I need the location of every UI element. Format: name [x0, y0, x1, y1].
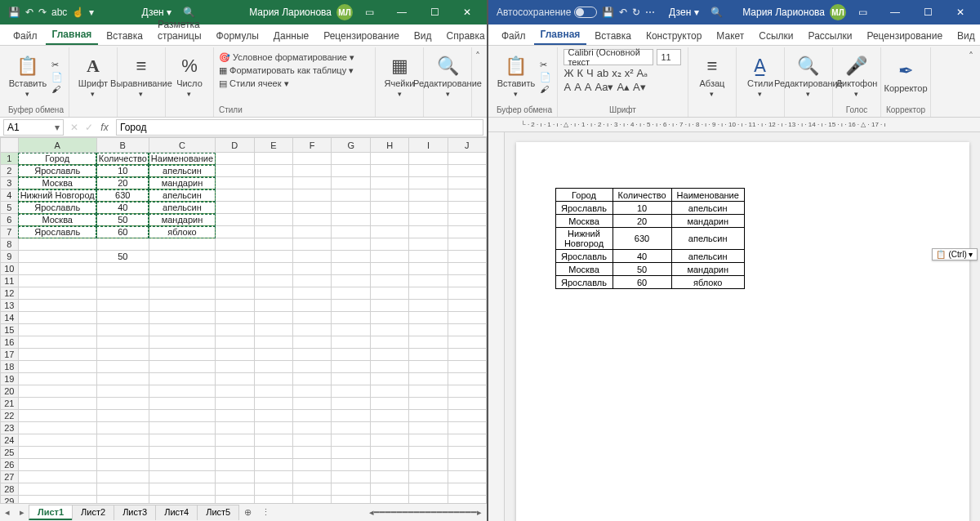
col-header-B[interactable]: B	[96, 138, 149, 153]
cell-J8[interactable]	[448, 238, 486, 251]
cell-C19[interactable]	[149, 373, 215, 385]
cell-G4[interactable]	[332, 189, 371, 202]
cell-F19[interactable]	[293, 373, 332, 385]
cell-J17[interactable]	[448, 349, 486, 361]
row-header-18[interactable]: 18	[1, 361, 19, 373]
cell-A28[interactable]	[18, 483, 96, 496]
cell-J14[interactable]	[448, 312, 486, 324]
cell-J28[interactable]	[448, 483, 486, 496]
cell-B4[interactable]: 630	[96, 189, 149, 202]
cell-H17[interactable]	[370, 349, 408, 361]
row-header-7[interactable]: 7	[1, 226, 19, 238]
cell-H8[interactable]	[370, 238, 408, 251]
cell-B8[interactable]	[96, 238, 149, 251]
cell-G20[interactable]	[332, 385, 371, 398]
cell-E9[interactable]	[254, 251, 292, 263]
cell-B17[interactable]	[96, 349, 149, 361]
cell-E4[interactable]	[254, 189, 292, 202]
cell-H29[interactable]	[370, 496, 408, 504]
row-header-5[interactable]: 5	[1, 202, 19, 214]
cell-A23[interactable]	[18, 422, 96, 434]
row-header-24[interactable]: 24	[1, 434, 19, 447]
cell-E16[interactable]	[254, 336, 292, 349]
cell-E12[interactable]	[254, 287, 292, 300]
cell-I14[interactable]	[409, 312, 448, 324]
row-header-15[interactable]: 15	[1, 324, 19, 336]
row-header-17[interactable]: 17	[1, 349, 19, 361]
cell-D5[interactable]	[216, 202, 254, 214]
cell-H9[interactable]	[370, 251, 408, 263]
cell-E7[interactable]	[254, 226, 292, 238]
cell-I8[interactable]	[409, 238, 448, 251]
cell-A27[interactable]	[18, 471, 96, 483]
cell-C25[interactable]	[149, 447, 215, 459]
font-effect-btn-2[interactable]: A	[585, 81, 592, 93]
cell-G9[interactable]	[332, 251, 371, 263]
cell-C28[interactable]	[149, 483, 215, 496]
cell-J11[interactable]	[448, 275, 486, 287]
cell-C26[interactable]	[149, 459, 215, 471]
tab-главная[interactable]: Главная	[534, 25, 587, 45]
close-icon[interactable]: ✕	[451, 0, 483, 24]
row-header-1[interactable]: 1	[1, 153, 19, 165]
row-header-26[interactable]: 26	[1, 459, 19, 471]
cell-J5[interactable]	[448, 202, 486, 214]
undo-icon[interactable]: ↶	[25, 7, 33, 18]
ribbon-options-icon[interactable]: ▭	[353, 0, 385, 24]
font-effect-btn-5[interactable]: A▾	[633, 81, 646, 93]
cell-A25[interactable]	[18, 447, 96, 459]
cell-E6[interactable]	[254, 214, 292, 226]
cell-J18[interactable]	[448, 361, 486, 373]
cell-J23[interactable]	[448, 422, 486, 434]
row-header-25[interactable]: 25	[1, 447, 19, 459]
cell-C24[interactable]	[149, 434, 215, 447]
cell-G15[interactable]	[332, 324, 371, 336]
cell-E21[interactable]	[254, 398, 292, 410]
cut-icon[interactable]: ✂	[51, 60, 63, 70]
paste-button[interactable]: 📋Вставить▾	[9, 51, 47, 103]
cell-H16[interactable]	[370, 336, 408, 349]
cell-J29[interactable]	[448, 496, 486, 504]
format-painter-icon[interactable]: 🖌	[540, 84, 551, 94]
tab-главная[interactable]: Главная	[46, 25, 99, 45]
excel-grid[interactable]: ABCDEFGHIJ1ГородКоличествоНаименование2Я…	[0, 137, 487, 503]
cell-B23[interactable]	[96, 422, 149, 434]
cell-B15[interactable]	[96, 324, 149, 336]
cell-J20[interactable]	[448, 385, 486, 398]
sheet-tab-Лист5[interactable]: Лист5	[197, 505, 239, 520]
row-header-6[interactable]: 6	[1, 214, 19, 226]
cell-F3[interactable]	[293, 177, 332, 189]
cell-E2[interactable]	[254, 165, 292, 177]
cell-J25[interactable]	[448, 447, 486, 459]
row-header-28[interactable]: 28	[1, 483, 19, 496]
cell-E19[interactable]	[254, 373, 292, 385]
cell-F7[interactable]	[293, 226, 332, 238]
cell-C10[interactable]	[149, 263, 215, 275]
cell-I12[interactable]	[409, 287, 448, 300]
cell-I18[interactable]	[409, 361, 448, 373]
horizontal-ruler[interactable]: └ · 2 · ı · 1 · ı · △ · ı · 1 · ı · 2 · …	[488, 118, 980, 132]
col-header-G[interactable]: G	[332, 138, 371, 153]
minimize-icon[interactable]: —	[879, 0, 911, 24]
cell-A1[interactable]: Город	[18, 153, 96, 165]
cell-E22[interactable]	[254, 410, 292, 422]
wt-cell[interactable]: апельсин	[671, 228, 744, 250]
tab-вид[interactable]: Вид	[408, 27, 439, 45]
cell-B16[interactable]	[96, 336, 149, 349]
col-header-J[interactable]: J	[448, 138, 486, 153]
row-header-10[interactable]: 10	[1, 263, 19, 275]
cell-I11[interactable]	[409, 275, 448, 287]
sheet-tab-Лист2[interactable]: Лист2	[72, 505, 114, 520]
cell-I23[interactable]	[409, 422, 448, 434]
cell-C16[interactable]	[149, 336, 215, 349]
col-header-F[interactable]: F	[293, 138, 332, 153]
wt-cell[interactable]: Москва	[555, 215, 612, 228]
row-header-16[interactable]: 16	[1, 336, 19, 349]
cell-I7[interactable]	[409, 226, 448, 238]
cell-J21[interactable]	[448, 398, 486, 410]
paste-options-badge[interactable]: 📋 (Ctrl) ▾	[932, 248, 978, 260]
cell-J4[interactable]	[448, 189, 486, 202]
cell-F5[interactable]	[293, 202, 332, 214]
tab-справка[interactable]: Справка	[440, 27, 492, 45]
cell-C29[interactable]	[149, 496, 215, 504]
